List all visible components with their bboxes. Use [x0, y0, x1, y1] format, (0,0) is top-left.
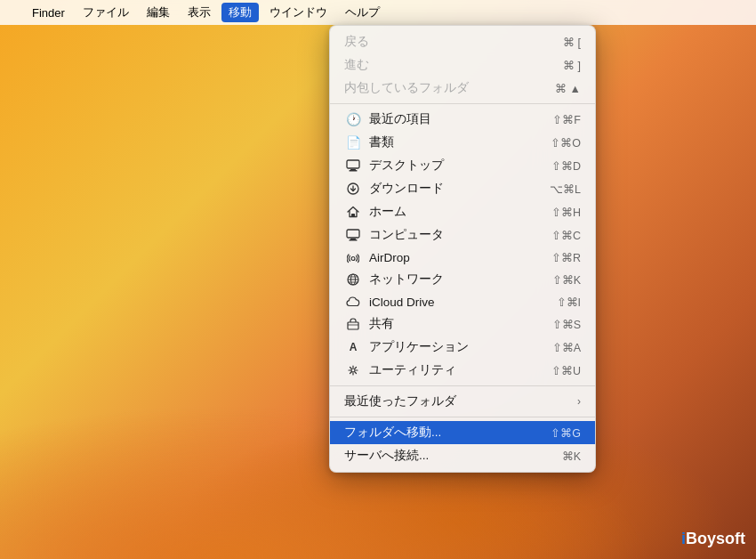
menubar-file[interactable]: ファイル: [76, 3, 136, 22]
menubar-window[interactable]: ウインドウ: [262, 3, 334, 22]
menubar-edit[interactable]: 編集: [140, 3, 177, 22]
menu-item-applications[interactable]: A アプリケーション ⇧⌘A: [330, 336, 595, 359]
desktop-label: デスクトップ: [369, 158, 534, 174]
computer-shortcut: ⇧⌘C: [551, 229, 581, 242]
downloads-label: ダウンロード: [369, 181, 532, 197]
menu-item-goto-folder[interactable]: フォルダへ移動... ⇧⌘G: [330, 421, 595, 444]
downloads-icon: [344, 182, 362, 195]
separator-1: [330, 103, 595, 104]
network-shortcut: ⇧⌘K: [552, 273, 581, 287]
menu-item-utilities[interactable]: ユーティリティ ⇧⌘U: [330, 359, 595, 382]
computer-label: コンピュータ: [369, 227, 534, 243]
utilities-icon: [344, 364, 362, 377]
menu-item-icloud[interactable]: iCloud Drive ⇧⌘I: [330, 291, 595, 312]
shared-icon: [344, 318, 362, 330]
svg-rect-8: [350, 239, 358, 241]
menu-item-network[interactable]: ネットワーク ⇧⌘K: [330, 268, 595, 291]
applications-icon: A: [344, 341, 362, 353]
menu-item-back[interactable]: 戻る ⌘ [: [330, 30, 595, 53]
icloud-label: iCloud Drive: [369, 296, 539, 309]
go-menu: 戻る ⌘ [ 進む ⌘ ] 内包しているフォルダ ⌘ ▲ 🕐 最近の項目 ⇧⌘F…: [329, 25, 596, 473]
watermark-boysoft: Boysoft: [686, 530, 745, 547]
icloud-shortcut: ⇧⌘I: [557, 296, 581, 309]
menu-item-connect-server[interactable]: サーバへ接続... ⌘K: [330, 444, 595, 467]
forward-shortcut: ⌘ ]: [563, 59, 581, 72]
home-icon: [344, 206, 362, 218]
menubar-view[interactable]: 表示: [181, 3, 218, 22]
airdrop-label: AirDrop: [369, 251, 534, 264]
recent-folders-label: 最近使ったフォルダ: [344, 393, 577, 409]
network-label: ネットワーク: [369, 271, 535, 288]
desktop-icon: [344, 159, 362, 172]
goto-folder-shortcut: ⇧⌘G: [551, 426, 581, 440]
shared-label: 共有: [369, 316, 535, 332]
svg-point-9: [351, 257, 355, 261]
home-shortcut: ⇧⌘H: [551, 206, 581, 219]
goto-folder-label: フォルダへ移動...: [344, 425, 533, 441]
back-label: 戻る: [344, 34, 545, 50]
shared-shortcut: ⇧⌘S: [552, 318, 581, 331]
menu-item-airdrop[interactable]: AirDrop ⇧⌘R: [330, 247, 595, 268]
icloud-icon: [344, 296, 362, 307]
enclosing-label: 内包しているフォルダ: [344, 80, 537, 96]
menu-item-home[interactable]: ホーム ⇧⌘H: [330, 200, 595, 223]
menu-item-shared[interactable]: 共有 ⇧⌘S: [330, 312, 595, 336]
separator-3: [330, 417, 595, 417]
menu-item-recent-folders[interactable]: 最近使ったフォルダ ›: [330, 390, 595, 413]
recents-shortcut: ⇧⌘F: [552, 113, 581, 126]
svg-point-17: [351, 369, 355, 372]
menu-item-downloads[interactable]: ダウンロード ⌥⌘L: [330, 177, 595, 200]
menu-item-documents[interactable]: 📄 書類 ⇧⌘O: [330, 131, 595, 154]
applications-label: アプリケーション: [369, 339, 535, 355]
menu-item-recents[interactable]: 🕐 最近の項目 ⇧⌘F: [330, 108, 595, 131]
desktop-shortcut: ⇧⌘D: [551, 159, 581, 173]
downloads-shortcut: ⌥⌘L: [550, 182, 581, 196]
utilities-label: ユーティリティ: [369, 362, 534, 378]
enclosing-shortcut: ⌘ ▲: [555, 82, 581, 95]
utilities-shortcut: ⇧⌘U: [551, 364, 581, 377]
menu-item-enclosing[interactable]: 内包しているフォルダ ⌘ ▲: [330, 77, 595, 100]
menubar: Finder ファイル 編集 表示 移動 ウインドウ ヘルプ: [0, 0, 756, 25]
connect-server-shortcut: ⌘K: [562, 450, 581, 463]
menubar-finder[interactable]: Finder: [25, 4, 72, 21]
home-label: ホーム: [369, 204, 534, 220]
menu-item-forward[interactable]: 進む ⌘ ]: [330, 53, 595, 77]
menu-item-computer[interactable]: コンピュータ ⇧⌘C: [330, 223, 595, 247]
svg-rect-6: [347, 230, 359, 238]
svg-rect-5: [351, 214, 355, 217]
documents-shortcut: ⇧⌘O: [551, 136, 581, 150]
menu-item-desktop[interactable]: デスクトップ ⇧⌘D: [330, 154, 595, 177]
airdrop-shortcut: ⇧⌘R: [551, 251, 581, 264]
connect-server-label: サーバへ接続...: [344, 448, 544, 464]
applications-shortcut: ⇧⌘A: [552, 341, 581, 354]
network-icon: [344, 273, 362, 286]
recents-label: 最近の項目: [369, 111, 535, 127]
computer-icon: [344, 229, 362, 241]
separator-2: [330, 385, 595, 386]
svg-rect-15: [348, 322, 358, 329]
airdrop-icon: [344, 251, 362, 263]
svg-rect-2: [350, 170, 358, 172]
recents-icon: 🕐: [344, 112, 362, 126]
menubar-go[interactable]: 移動: [221, 3, 259, 22]
back-shortcut: ⌘ [: [563, 36, 581, 49]
apple-menu[interactable]: [7, 11, 21, 14]
documents-icon: 📄: [344, 135, 362, 150]
submenu-chevron: ›: [577, 395, 581, 408]
svg-rect-0: [347, 160, 359, 168]
menubar-help[interactable]: ヘルプ: [338, 3, 387, 22]
documents-label: 書類: [369, 134, 533, 150]
forward-label: 進む: [344, 57, 545, 73]
iboysoft-watermark: iBoysoft: [681, 530, 745, 548]
